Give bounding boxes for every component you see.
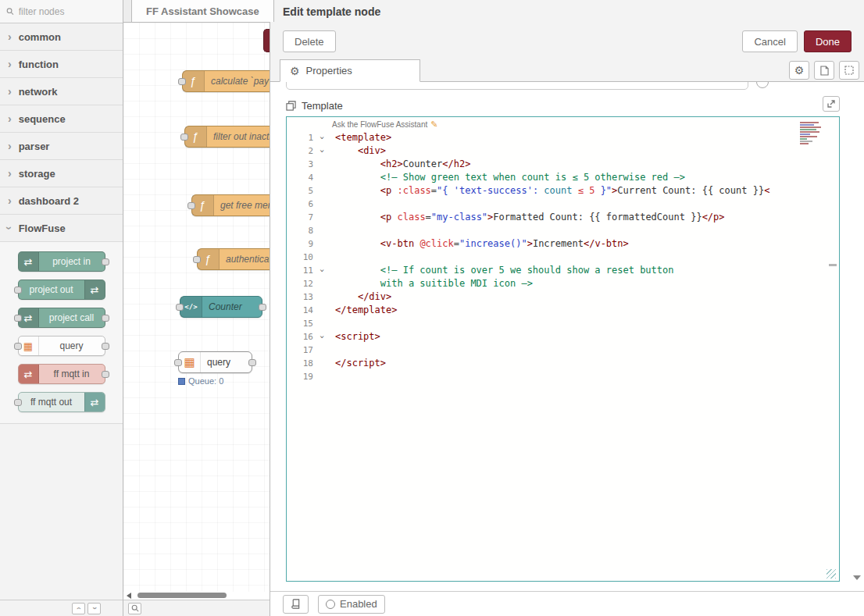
code-line[interactable]: 5 <p :class="{ 'text-success': count ≤ 5… [287, 184, 839, 198]
fold-gutter[interactable]: › [315, 264, 329, 277]
library-button[interactable] [283, 595, 309, 614]
line-number: 1 [287, 131, 315, 144]
chevron-down-icon: › [3, 226, 16, 230]
status-circle-icon [326, 600, 335, 609]
code-text [329, 198, 335, 211]
palette-node-ff-mqtt-out[interactable]: ff mqtt out⇄ [18, 392, 105, 412]
code-line[interactable]: 1›<template> [287, 131, 839, 144]
node-settings-button[interactable]: ⚙ [789, 61, 809, 80]
code-line[interactable]: 19 [287, 370, 839, 383]
zoom-button[interactable] [128, 603, 141, 614]
palette-category-sequence[interactable]: ›sequence [0, 105, 123, 133]
palette-search-input[interactable] [19, 6, 116, 17]
code-line[interactable]: 9 <v-btn @click="increase()">Increment</… [287, 237, 839, 251]
line-number: 2 [287, 144, 315, 158]
select-region-button[interactable] [839, 61, 859, 80]
code-line[interactable]: 17 [287, 344, 839, 357]
node-port [102, 258, 109, 265]
palette-node-ff-mqtt-in[interactable]: ⇄ff mqtt in [18, 364, 105, 384]
delete-button[interactable]: Delete [283, 30, 336, 52]
template-field-row: Template [286, 98, 840, 113]
collapse-categories-button[interactable]: › [72, 603, 85, 614]
code-line[interactable]: 12 with a suitible MDI icon —> [287, 277, 839, 290]
palette-category-network[interactable]: ›network [0, 78, 123, 105]
palette-footer: › › [0, 600, 123, 616]
flow-node-query[interactable]: ▦query [178, 351, 252, 373]
line-number: 3 [287, 158, 315, 171]
palette-category-function[interactable]: ›function [0, 51, 123, 78]
code-line[interactable]: 3 <h2>Counter</h2> [287, 158, 839, 171]
chevron-down-icon: › [91, 607, 98, 609]
done-button[interactable]: Done [804, 30, 852, 52]
clipped-name-field[interactable] [286, 82, 748, 90]
minimap[interactable] [798, 121, 827, 157]
code-line[interactable]: 10 [287, 251, 839, 264]
enabled-label: Enabled [340, 598, 377, 610]
fold-gutter [315, 224, 329, 237]
fold-gutter[interactable]: › [315, 330, 329, 344]
code-line[interactable]: 2› <div> [287, 144, 839, 158]
tray-scroll-down-arrow[interactable] [853, 575, 861, 580]
enabled-toggle[interactable]: Enabled [318, 595, 385, 614]
code-line[interactable]: 4 <!— Show green text when count is ≤ 5 … [287, 171, 839, 184]
workspace-footer [123, 600, 270, 616]
code-line[interactable]: 11› <!— If count is over 5 we should sho… [287, 264, 839, 277]
code-line[interactable]: 15 [287, 317, 839, 330]
category-label: sequence [19, 113, 66, 125]
flow-node-authenticateu[interactable]: ƒauthenticateU [197, 248, 270, 270]
palette-category-common[interactable]: ›common [0, 23, 123, 51]
code-line[interactable]: 14</template> [287, 304, 839, 317]
palette-search[interactable] [0, 0, 123, 23]
flow-node-get-free-memo[interactable]: ƒget free memo [191, 194, 270, 216]
cancel-button[interactable]: Cancel [742, 30, 797, 52]
code-text: <template> [329, 131, 391, 144]
palette-category-parser[interactable]: ›parser [0, 133, 123, 160]
code-line[interactable]: 16›<script> [287, 330, 839, 344]
flow-node-filter-out-inacti[interactable]: ƒfilter out inacti [184, 126, 270, 148]
flow-node-counter[interactable]: </>Counter [180, 296, 262, 318]
assistant-prompt[interactable]: Ask the FlowFuse Assistant ✎ [332, 119, 438, 130]
code-line[interactable]: 8 [287, 224, 839, 237]
code-line[interactable]: 18</script> [287, 357, 839, 370]
fold-gutter [315, 251, 329, 264]
flow-tab-label: FF Assistant Showcase [146, 5, 259, 17]
line-number: 15 [287, 317, 315, 330]
palette-category-dashboard-2[interactable]: ›dashboard 2 [0, 187, 123, 215]
code-line[interactable]: 7 <p class="my-class">Formatted Count: {… [287, 211, 839, 224]
node-label: authenticateU [220, 249, 270, 269]
code-editor[interactable]: Ask the FlowFuse Assistant ✎ 1›<template… [286, 116, 840, 582]
palette-node-project-call[interactable]: ⇄project call [18, 308, 105, 328]
palette-node-project-in[interactable]: ⇄project in [18, 251, 105, 272]
scrollbar-thumb[interactable] [137, 593, 227, 598]
chevron-right-icon: › [8, 58, 12, 70]
fold-gutter[interactable]: › [315, 131, 329, 144]
tab-properties[interactable]: ⚙ Properties [280, 59, 420, 82]
expand-editor-button[interactable] [823, 96, 840, 112]
canvas[interactable]: ƒcalculate `payƒfilter out inactiƒget fr… [123, 23, 270, 592]
expand-categories-button[interactable]: › [87, 603, 101, 614]
code-text: <div> [329, 144, 386, 158]
code-line[interactable]: 13 </div> [287, 290, 839, 304]
fold-gutter [315, 211, 329, 224]
description-button[interactable] [814, 61, 834, 80]
code-text [329, 251, 335, 264]
chevron-right-icon: › [8, 140, 12, 152]
node-icon: ⇄ [84, 280, 105, 299]
line-number: 12 [287, 277, 315, 290]
scroll-left-arrow[interactable] [127, 593, 131, 599]
tray-title: Edit template node [270, 0, 864, 23]
editor-resize-grip[interactable] [827, 569, 836, 579]
fold-gutter[interactable]: › [315, 144, 329, 158]
palette-node-project-out[interactable]: project out⇄ [18, 280, 105, 300]
node-label: query [201, 352, 237, 372]
palette-node-query[interactable]: ▦query [18, 336, 105, 356]
fold-chevron-icon: › [316, 268, 329, 273]
flow-tab[interactable]: FF Assistant Showcase [131, 0, 274, 22]
line-number: 8 [287, 224, 315, 237]
function-icon: ƒ [192, 195, 214, 215]
palette-category-flowfuse[interactable]: ›FlowFuse [0, 215, 123, 242]
code-line[interactable]: 6 [287, 198, 839, 211]
flow-node-calculate-pay[interactable]: ƒcalculate `pay [182, 70, 270, 92]
code-text: <h2>Counter</h2> [329, 158, 470, 171]
palette-category-storage[interactable]: ›storage [0, 160, 123, 187]
